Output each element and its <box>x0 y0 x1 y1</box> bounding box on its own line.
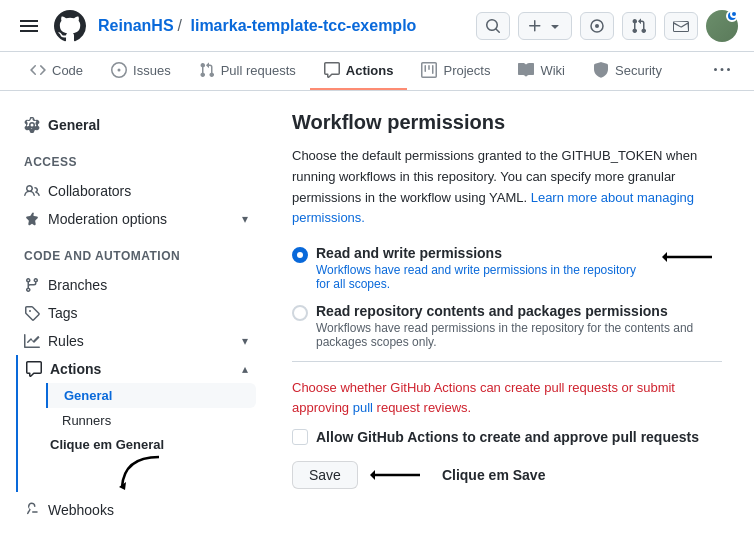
tab-security-label: Security <box>615 63 662 78</box>
moderation-icon <box>24 211 40 227</box>
tab-pull-requests[interactable]: Pull requests <box>185 52 310 90</box>
gear-icon <box>24 117 40 133</box>
tab-wiki[interactable]: Wiki <box>504 52 579 90</box>
sidebar-collaborators-label: Collaborators <box>48 183 131 199</box>
tab-projects-label: Projects <box>443 63 490 78</box>
save-button[interactable]: Save <box>292 461 358 489</box>
repo-owner-link[interactable]: ReinanHS <box>98 17 174 34</box>
actions-chevron: ▴ <box>242 362 248 376</box>
webhook-icon <box>24 502 40 518</box>
actions-runners-label: Runners <box>62 413 111 428</box>
topbar-right <box>476 10 738 42</box>
sidebar-item-tags[interactable]: Tags <box>16 299 256 327</box>
section2-description: Choose whether GitHub Actions can create… <box>292 378 722 417</box>
sidebar-item-collaborators[interactable]: Collaborators <box>16 177 256 205</box>
checkbox-label: Allow GitHub Actions to create and appro… <box>316 429 699 445</box>
radio-option-read-only: Read repository contents and packages pe… <box>292 303 722 349</box>
arrow-icon-save <box>370 463 430 487</box>
inbox-button[interactable] <box>664 12 698 40</box>
tab-code[interactable]: Code <box>16 52 97 90</box>
section2-desc-text: Choose whether GitHub Actions can create… <box>292 380 675 415</box>
radio-rw-label: Read and write permissions <box>316 245 638 261</box>
repo-tabs: Code Issues Pull requests Actions Projec… <box>0 52 754 91</box>
automation-section-title: Code and automation <box>16 249 256 263</box>
rules-icon <box>24 333 40 349</box>
divider <box>292 361 722 362</box>
radio-option-read-write: Read and write permissions Workflows hav… <box>292 245 722 291</box>
sidebar-item-actions[interactable]: Actions ▴ <box>18 355 256 383</box>
search-button[interactable] <box>476 12 510 40</box>
sidebar-tags-label: Tags <box>48 305 78 321</box>
sidebar-item-general-top[interactable]: General <box>16 111 256 139</box>
sidebar-webhooks-label: Webhooks <box>48 502 114 518</box>
radio-ro-desc: Workflows have read permissions in the r… <box>316 321 722 349</box>
moderation-chevron: ▾ <box>242 212 248 226</box>
repo-breadcrumb: ReinanHS/ limarka-template-tcc-exemplo <box>98 17 416 35</box>
sidebar-item-webhooks[interactable]: Webhooks <box>16 496 256 524</box>
workflow-permissions-content: Workflow permissions Choose the default … <box>276 111 738 524</box>
radio-rw-desc: Workflows have read and write permission… <box>316 263 638 291</box>
sidebar-moderation-label: Moderation options <box>48 211 167 227</box>
tab-wiki-label: Wiki <box>540 63 565 78</box>
annotation-arrow-general <box>114 452 164 492</box>
sidebar-item-moderation[interactable]: Moderation options ▾ <box>16 205 256 233</box>
radio-read-only[interactable] <box>292 305 308 321</box>
allow-pr-checkbox[interactable] <box>292 429 308 445</box>
actions-group: Actions ▴ General Runners Clique em Gene… <box>16 355 256 492</box>
sidebar-item-rules[interactable]: Rules ▾ <box>16 327 256 355</box>
copilot-button[interactable] <box>580 12 614 40</box>
arrow-icon-rw <box>662 245 722 269</box>
tab-issues-label: Issues <box>133 63 171 78</box>
sidebar-section-automation: Code and automation Branches Tags Rules … <box>16 249 256 524</box>
sidebar-item-actions-general[interactable]: General <box>46 383 256 408</box>
sidebar-rules-label: Rules <box>48 333 84 349</box>
radio-ro-label: Read repository contents and packages pe… <box>316 303 722 319</box>
tab-code-label: Code <box>52 63 83 78</box>
save-row: Save Clique em Save <box>292 461 722 489</box>
svg-marker-4 <box>662 252 667 262</box>
repo-name-link[interactable]: limarka-template-tcc-exemplo <box>190 17 416 34</box>
content-title: Workflow permissions <box>292 111 722 134</box>
sidebar-item-actions-runners[interactable]: Runners <box>46 408 256 433</box>
tab-pr-label: Pull requests <box>221 63 296 78</box>
annotation-general: Clique em General <box>50 437 248 492</box>
people-icon <box>24 183 40 199</box>
sidebar-branches-label: Branches <box>48 277 107 293</box>
branch-icon <box>24 277 40 293</box>
rules-chevron: ▾ <box>242 334 248 348</box>
sidebar-actions-label: Actions <box>50 361 101 377</box>
annotation-rw <box>662 245 722 269</box>
radio-read-write[interactable] <box>292 247 308 263</box>
settings-sidebar: General Access Collaborators Moderation … <box>16 111 276 524</box>
svg-marker-6 <box>370 470 375 480</box>
tag-icon <box>24 305 40 321</box>
github-logo[interactable] <box>54 10 86 42</box>
plus-button[interactable] <box>518 12 572 40</box>
sidebar-section-access: Access Collaborators Moderation options … <box>16 155 256 233</box>
pr-button[interactable] <box>622 12 656 40</box>
hamburger-menu[interactable] <box>16 16 42 36</box>
access-section-title: Access <box>16 155 256 169</box>
checkbox-row: Allow GitHub Actions to create and appro… <box>292 429 722 445</box>
top-navbar: ReinanHS/ limarka-template-tcc-exemplo <box>0 0 754 52</box>
actions-general-label: General <box>64 388 112 403</box>
tab-issues[interactable]: Issues <box>97 52 185 90</box>
avatar[interactable] <box>706 10 738 42</box>
main-content: General Access Collaborators Moderation … <box>0 91 754 540</box>
annotation-general-text: Clique em General <box>50 437 164 452</box>
content-description: Choose the default permissions granted t… <box>292 146 722 229</box>
tab-security[interactable]: Security <box>579 52 676 90</box>
sidebar-item-branches[interactable]: Branches <box>16 271 256 299</box>
tab-projects[interactable]: Projects <box>407 52 504 90</box>
actions-subitems: General Runners <box>18 383 256 433</box>
actions-icon <box>26 361 42 377</box>
tab-actions[interactable]: Actions <box>310 52 408 90</box>
more-tabs-button[interactable] <box>706 54 738 89</box>
tab-actions-label: Actions <box>346 63 394 78</box>
annotation-save-text: Clique em Save <box>442 467 546 483</box>
sidebar-general-label: General <box>48 117 100 133</box>
svg-point-1 <box>595 24 599 28</box>
